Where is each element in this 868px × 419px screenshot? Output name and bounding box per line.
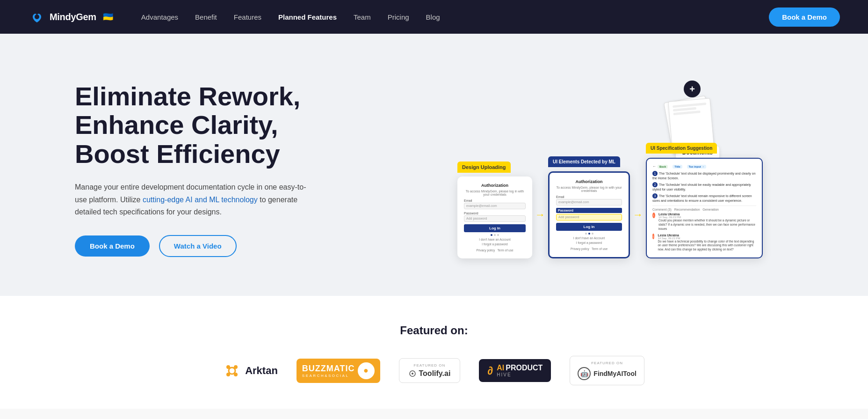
illustration-container: + Documents	[457, 76, 729, 263]
toolify-icon	[409, 370, 416, 377]
nav-benefit[interactable]: Benefit	[195, 13, 217, 21]
ml-detect-card: UI Elements Detected by ML Authorization…	[548, 171, 630, 258]
aiproduct-icon: ∂	[487, 364, 493, 377]
svg-point-4	[234, 365, 238, 369]
robot-icon: 🤖	[578, 367, 591, 380]
arktan-text: Arktan	[245, 365, 278, 377]
featured-logos: Arktan BUZZMATIC SEARCH&SOCIAL ● FEATURE…	[47, 356, 821, 385]
findmyai-featured-label: FEATURED ON	[591, 361, 623, 365]
hero-section: Eliminate Rework, Enhance Clarity, Boost…	[0, 34, 868, 296]
toolify-featured-label: FEATURED ON	[414, 363, 446, 368]
flag: 🇺🇦	[103, 12, 113, 22]
navbar-book-demo-button[interactable]: Book a Demo	[769, 7, 840, 27]
buzzmatic-text: BUZZMATIC	[302, 364, 355, 374]
svg-point-3	[226, 365, 230, 369]
design-upload-content: Authorization To access MindyGem, please…	[457, 176, 532, 258]
toolify-logo[interactable]: FEATURED ON Toolify.ai	[399, 358, 461, 383]
nav-advantages[interactable]: Advantages	[141, 13, 178, 21]
nav-links: Advantages Benefit Features Planned Feat…	[141, 13, 769, 21]
svg-point-5	[226, 373, 230, 376]
buzzmatic-logo[interactable]: BUZZMATIC SEARCH&SOCIAL ●	[297, 359, 380, 383]
arktan-icon	[224, 362, 240, 379]
svg-point-6	[234, 373, 238, 376]
buzzmatic-circle-icon: ●	[358, 362, 375, 379]
arktan-logo[interactable]: Arktan	[224, 362, 278, 379]
aiproduct-text: AI PRODUCT HIVE	[497, 364, 542, 377]
hero-watch-video-button[interactable]: Watch a Video	[159, 235, 237, 257]
spec-suggest-content: ← Back Title Tax input → 1The 'Schedule'…	[646, 158, 763, 258]
spec-suggest-card: UI Specification Suggestion ← Back Title…	[646, 158, 763, 258]
nav-planned-features[interactable]: Planned Features	[278, 13, 337, 21]
svg-point-2	[229, 368, 235, 374]
plus-icon: +	[684, 81, 701, 97]
aiproduct-logo[interactable]: ∂ AI PRODUCT HIVE	[479, 359, 551, 382]
svg-point-8	[412, 373, 413, 375]
findmyai-name: 🤖 FindMyAITool	[578, 367, 637, 380]
svg-point-1	[35, 15, 39, 19]
hero-title: Eliminate Rework, Enhance Clarity, Boost…	[75, 82, 346, 169]
spec-suggest-label: UI Specification Suggestion	[646, 143, 717, 154]
findmyai-logo[interactable]: FEATURED ON 🤖 FindMyAITool	[570, 356, 644, 385]
hero-illustration: + Documents	[346, 76, 840, 263]
logo-icon	[28, 8, 46, 26]
design-upload-card: Design Uploading Authorization To access…	[457, 176, 532, 258]
nav-pricing[interactable]: Pricing	[388, 13, 409, 21]
arrow-2: →	[633, 209, 643, 258]
hero-book-demo-button[interactable]: Book a Demo	[75, 235, 150, 257]
logo-area[interactable]: MindyGem 🇺🇦	[28, 8, 113, 26]
ml-detect-content: Authorization To access MindyGem, please…	[548, 171, 630, 258]
ml-detect-label: UI Elements Detected by ML	[548, 156, 620, 167]
toolify-name: Toolify.ai	[409, 369, 451, 378]
buzzmatic-subtext: SEARCH&SOCIAL	[302, 374, 355, 378]
hero-content: Eliminate Rework, Enhance Clarity, Boost…	[75, 82, 346, 257]
design-upload-label: Design Uploading	[457, 162, 511, 173]
featured-title: Featured on:	[47, 324, 821, 337]
nav-features[interactable]: Features	[234, 13, 261, 21]
brand-name: MindyGem	[50, 12, 96, 22]
featured-section: Featured on: Arktan BUZZMATIC SEARCH&SOC…	[0, 296, 868, 409]
hero-description: Manage your entire development documenta…	[75, 181, 309, 218]
navbar: MindyGem 🇺🇦 Advantages Benefit Features …	[0, 0, 868, 34]
arrow-1: →	[535, 209, 545, 258]
hero-buttons: Book a Demo Watch a Video	[75, 235, 346, 257]
nav-blog[interactable]: Blog	[426, 13, 440, 21]
nav-team[interactable]: Team	[354, 13, 371, 21]
ui-cards-row: Design Uploading Authorization To access…	[457, 158, 729, 263]
